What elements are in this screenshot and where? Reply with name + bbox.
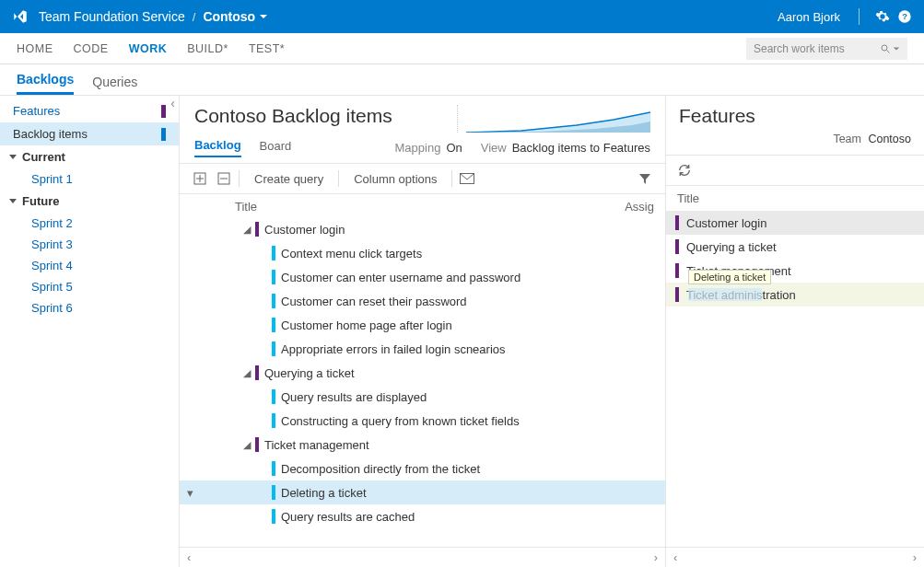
scroll-left-icon[interactable]: ‹ — [187, 550, 191, 564]
leftnav-sprint[interactable]: Sprint 2 — [0, 213, 179, 234]
backlog-row[interactable]: Customer can enter username and password — [180, 265, 665, 289]
vs-logo-icon — [11, 7, 29, 26]
backlog-row[interactable]: Constructing a query from known ticket f… — [180, 409, 665, 433]
feature-color-chip — [255, 365, 259, 380]
tab-backlogs[interactable]: Backlogs — [17, 72, 74, 95]
features-col-title[interactable]: Title — [666, 186, 924, 211]
brand-label[interactable]: Team Foundation Service — [39, 9, 185, 24]
backlog-row[interactable]: ▾Deleting a ticket — [180, 480, 665, 504]
backlog-row[interactable]: Decomposition directly from the ticket — [180, 457, 665, 480]
row-title: Ticket management — [264, 438, 369, 452]
nav-home[interactable]: HOME — [17, 42, 53, 55]
team-value[interactable]: Contoso — [868, 133, 911, 145]
scroll-right-icon[interactable]: › — [913, 550, 917, 564]
leftnav-sprint[interactable]: Sprint 3 — [0, 234, 179, 255]
column-headers: Title Assig — [180, 194, 665, 217]
backlog-row[interactable]: Customer home page after login — [180, 313, 665, 337]
row-title: Customer can enter username and password — [281, 271, 520, 284]
caret-down-icon — [9, 155, 17, 159]
backlog-row[interactable]: Context menu click targets — [180, 241, 665, 265]
feature-color-chip — [675, 215, 679, 230]
scroll-right-icon[interactable]: › — [654, 550, 658, 564]
pbi-color-chip — [272, 294, 275, 308]
expand-toggle[interactable]: ◢ — [240, 439, 253, 451]
chevron-down-icon[interactable] — [893, 45, 900, 52]
leftnav-features-label: Features — [13, 104, 60, 118]
leftnav-sprint[interactable]: Sprint 1 — [0, 168, 179, 190]
cumulative-flow-chart[interactable] — [457, 105, 650, 133]
view-label: View — [481, 141, 507, 155]
svg-line-3 — [887, 50, 890, 52]
collapse-all-icon[interactable] — [215, 169, 233, 188]
view-tab-backlog[interactable]: Backlog — [194, 138, 241, 157]
row-title: Querying a ticket — [264, 366, 355, 380]
nav-test[interactable]: TEST* — [249, 42, 285, 55]
backlog-panel: Contoso Backlog items Backlog Board Mapp… — [180, 96, 666, 567]
user-name[interactable]: Aaron Bjork — [778, 10, 840, 24]
features-title: Features — [679, 105, 755, 127]
refresh-icon[interactable] — [677, 163, 692, 178]
nav-build[interactable]: BUILD* — [187, 42, 228, 55]
pbi-color-chip — [272, 270, 275, 284]
group-label: Current — [22, 150, 65, 164]
horizontal-scrollbar[interactable]: ‹ › — [180, 547, 665, 567]
horizontal-scrollbar-right[interactable]: ‹ › — [666, 547, 924, 567]
backlog-row[interactable]: ◢Ticket management — [180, 433, 665, 457]
filter-icon[interactable] — [636, 169, 654, 188]
column-options-button[interactable]: Column options — [345, 170, 446, 188]
leftnav-sprint[interactable]: Sprint 5 — [0, 276, 179, 297]
feature-color-chip — [675, 239, 679, 254]
drag-ghost — [688, 288, 762, 301]
feature-row[interactable]: Customer login — [666, 211, 924, 235]
leftnav-sprint[interactable]: Sprint 6 — [0, 297, 179, 318]
expand-toggle[interactable]: ◢ — [240, 224, 253, 236]
email-icon[interactable] — [458, 169, 476, 188]
feature-color-chip — [675, 263, 679, 278]
gear-icon[interactable] — [874, 8, 891, 25]
hub-tabs: Backlogs Queries — [0, 64, 924, 96]
backlog-row[interactable]: Query results are cached — [180, 504, 665, 528]
project-dropdown[interactable]: Contoso — [203, 9, 268, 24]
mapping-label: Mapping — [395, 141, 441, 155]
reorder-caret-icon[interactable]: ▾ — [183, 486, 196, 500]
feature-color-chip — [255, 437, 259, 452]
help-icon[interactable]: ? — [896, 8, 913, 25]
collapse-left-icon[interactable]: ‹ — [170, 96, 175, 110]
feature-title: Querying a ticket — [686, 240, 777, 254]
nav-work[interactable]: WORK — [129, 42, 168, 55]
view-tab-board[interactable]: Board — [260, 139, 292, 156]
leftnav-backlog-label: Backlog items — [13, 127, 88, 141]
feature-row[interactable]: Querying a ticket — [666, 235, 924, 259]
scroll-left-icon[interactable]: ‹ — [673, 550, 677, 564]
caret-down-icon — [9, 199, 17, 203]
backlog-row[interactable]: Query results are displayed — [180, 385, 665, 409]
backlog-row[interactable]: Customer can reset their password — [180, 289, 665, 313]
col-title[interactable]: Title — [235, 200, 625, 214]
svg-text:?: ? — [902, 12, 907, 21]
feature-color-chip — [161, 105, 166, 118]
pbi-color-chip — [272, 461, 275, 476]
leftnav-group[interactable]: Future — [0, 190, 179, 213]
mapping-toggle[interactable]: On — [446, 141, 462, 155]
col-assigned[interactable]: Assig — [625, 200, 654, 214]
row-title: Deleting a ticket — [281, 486, 367, 500]
search-input[interactable]: Search work items — [746, 38, 907, 60]
divider — [859, 8, 860, 25]
nav-code[interactable]: CODE — [74, 42, 109, 55]
row-title: Customer home page after login — [281, 318, 452, 332]
create-query-button[interactable]: Create query — [245, 170, 333, 188]
new-item-icon[interactable] — [191, 169, 209, 188]
backlog-row[interactable]: ◢Customer login — [180, 217, 665, 241]
backlog-row[interactable]: ◢Querying a ticket — [180, 361, 665, 385]
leftnav-features[interactable]: Features — [0, 99, 179, 122]
feature-row[interactable]: Ticket administrationDeleting a ticket — [666, 283, 924, 307]
expand-toggle[interactable]: ◢ — [240, 367, 253, 379]
leftnav-backlog-items[interactable]: Backlog items — [0, 122, 179, 145]
leftnav-group[interactable]: Current — [0, 145, 179, 168]
leftnav-sprint[interactable]: Sprint 4 — [0, 255, 179, 276]
tab-queries[interactable]: Queries — [92, 75, 137, 95]
row-title: Customer login — [264, 223, 345, 237]
view-dropdown[interactable]: Backlog items to Features — [512, 141, 650, 155]
backlog-row[interactable]: Appropriate errors in failed login scnea… — [180, 337, 665, 361]
features-list: Customer loginQuerying a ticketTicket ma… — [666, 211, 924, 547]
